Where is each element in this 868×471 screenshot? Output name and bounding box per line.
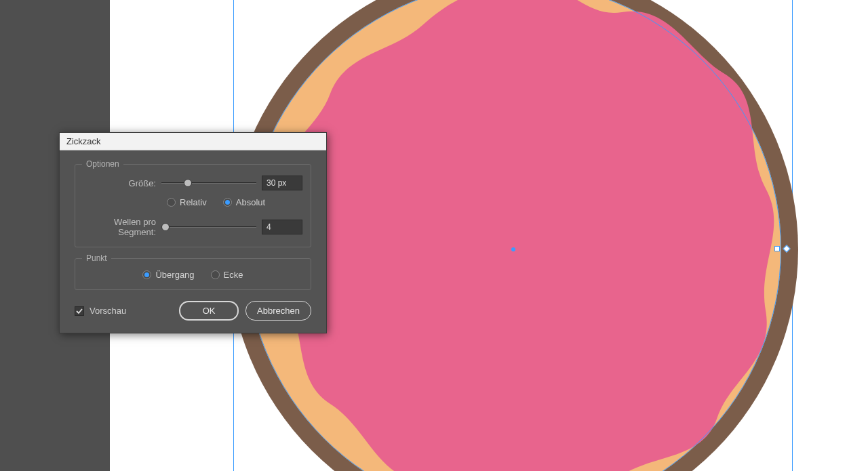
options-fieldset: Optionen Größe: Relativ <box>75 164 311 247</box>
relativ-radio[interactable]: Relativ <box>167 197 207 207</box>
relativ-radio-label: Relativ <box>180 197 207 207</box>
zigzag-dialog: Zickzack Optionen Größe: Relativ <box>59 132 327 333</box>
point-fieldset: Punkt Übergang Ecke <box>75 258 311 290</box>
preview-checkbox[interactable]: Vorschau <box>75 306 126 316</box>
selection-center-point[interactable] <box>511 247 515 251</box>
absolut-radio-label: Absolut <box>236 197 265 207</box>
checkbox-box <box>75 306 84 316</box>
dialog-title-bar[interactable]: Zickzack <box>60 133 326 150</box>
point-mode-row: Übergang Ecke <box>83 270 302 280</box>
size-label: Größe: <box>83 178 161 188</box>
ok-button[interactable]: OK <box>179 301 239 321</box>
size-slider[interactable] <box>161 178 256 188</box>
absolut-radio[interactable]: Absolut <box>223 197 265 207</box>
size-row: Größe: <box>83 176 302 190</box>
options-legend: Optionen <box>82 159 123 169</box>
cancel-button[interactable]: Abbrechen <box>245 301 311 321</box>
dialog-buttons: OK Abbrechen <box>179 301 311 321</box>
selection-handle-right[interactable] <box>774 246 780 251</box>
dialog-body: Optionen Größe: Relativ <box>60 150 326 333</box>
smooth-radio[interactable]: Übergang <box>142 270 194 280</box>
dialog-title: Zickzack <box>66 136 101 146</box>
size-slider-track <box>161 182 256 184</box>
dialog-footer: Vorschau OK Abbrechen <box>75 301 311 321</box>
smooth-radio-label: Übergang <box>155 270 194 280</box>
ridges-slider[interactable] <box>161 222 256 232</box>
check-icon <box>76 308 83 314</box>
radio-knob <box>223 198 232 207</box>
size-slider-thumb[interactable] <box>184 179 192 187</box>
radio-knob <box>211 270 220 279</box>
corner-radio-label: Ecke <box>224 270 243 280</box>
ridges-row: Wellen pro Segment: <box>83 217 302 237</box>
radio-knob <box>167 198 176 207</box>
size-input[interactable] <box>262 176 302 190</box>
preview-label: Vorschau <box>90 306 126 316</box>
workspace: Zickzack Optionen Größe: Relativ <box>0 0 868 471</box>
ridges-slider-thumb[interactable] <box>161 223 170 231</box>
corner-radio[interactable]: Ecke <box>211 270 243 280</box>
ridges-label: Wellen pro Segment: <box>83 217 161 237</box>
radio-knob <box>142 270 151 279</box>
ridges-slider-track <box>161 226 256 228</box>
point-legend: Punkt <box>82 253 111 263</box>
size-mode-row: Relativ Absolut <box>83 197 302 207</box>
ridges-input[interactable] <box>262 220 302 234</box>
